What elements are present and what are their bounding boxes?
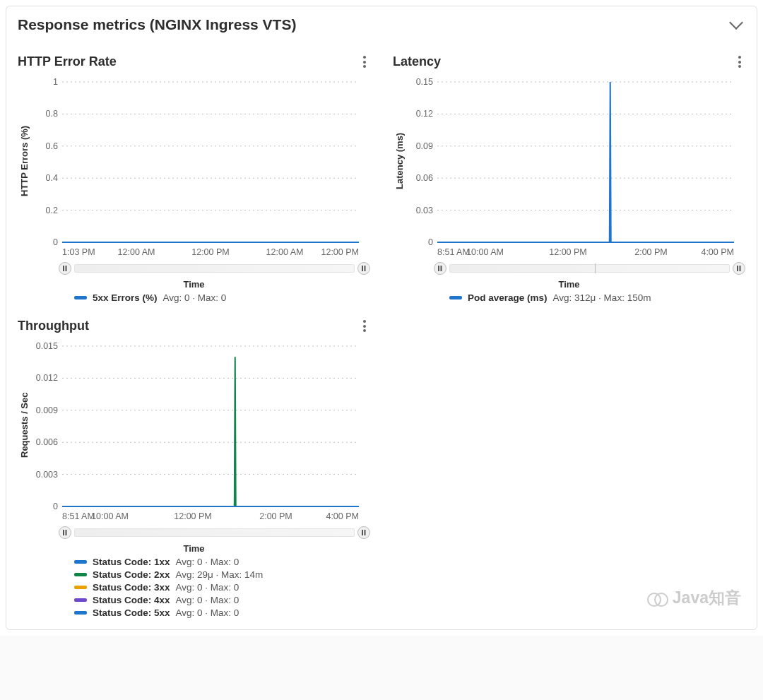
legend-swatch [74, 296, 87, 299]
chevron-down-icon[interactable] [729, 16, 743, 30]
timeline-scrubber[interactable] [74, 528, 355, 537]
timeline-scrubber[interactable] [449, 264, 730, 273]
legend-name: Status Code: 4xx [93, 595, 170, 605]
timeline-scrubber[interactable] [74, 264, 355, 273]
svg-text:0.15: 0.15 [416, 78, 433, 87]
legend-swatch [449, 296, 462, 299]
legend-item[interactable]: Status Code: 4xxAvg: 0 · Max: 0 [74, 595, 370, 605]
svg-text:0: 0 [53, 502, 58, 511]
legend-swatch [74, 560, 87, 564]
svg-text:0.12: 0.12 [416, 109, 433, 119]
svg-text:1: 1 [53, 78, 58, 87]
watermark: Java知音 [647, 587, 741, 609]
legend-item[interactable]: Status Code: 5xxAvg: 0 · Max: 0 [74, 607, 370, 618]
svg-text:0.2: 0.2 [46, 206, 58, 215]
legend-item[interactable]: Status Code: 3xxAvg: 0 · Max: 0 [74, 582, 370, 593]
svg-text:0: 0 [428, 237, 433, 247]
metrics-panel: Response metrics (NGINX Ingress VTS) HTT… [6, 6, 757, 630]
svg-text:4:00 PM: 4:00 PM [701, 247, 734, 257]
y-axis-label: Requests / Sec [18, 342, 31, 508]
svg-text:4:00 PM: 4:00 PM [326, 511, 359, 521]
x-axis-label: Time [393, 279, 745, 290]
svg-text:0.09: 0.09 [416, 141, 433, 151]
svg-text:0.03: 0.03 [416, 206, 433, 215]
svg-text:2:00 PM: 2:00 PM [259, 511, 292, 521]
legend-name: Status Code: 1xx [93, 557, 170, 567]
chart-http-error-rate: HTTP Error Rate HTTP Errors (%) 00.20.40… [18, 39, 370, 303]
svg-text:12:00 PM: 12:00 PM [549, 247, 587, 257]
svg-text:0.8: 0.8 [46, 109, 58, 119]
svg-text:0.009: 0.009 [36, 405, 58, 415]
legend-stats: Avg: 312μ · Max: 150m [553, 292, 651, 303]
chart-menu-button[interactable] [734, 52, 745, 72]
chart-plot[interactable]: 00.030.060.090.120.158:51 AM10:00 AM12:0… [406, 78, 738, 258]
legend-stats: Avg: 0 · Max: 0 [176, 595, 239, 605]
svg-text:12:00 PM: 12:00 PM [191, 247, 230, 257]
pause-icon[interactable] [59, 262, 71, 275]
chart-title: Latency [393, 54, 441, 69]
svg-text:8:51 AM: 8:51 AM [437, 247, 470, 257]
chart-legend: 5xx Errors (%)Avg: 0 · Max: 0 [74, 292, 370, 303]
legend-name: Status Code: 3xx [93, 582, 170, 593]
legend-stats: Avg: 0 · Max: 0 [176, 557, 239, 567]
chart-legend: Pod average (ms)Avg: 312μ · Max: 150m [449, 292, 745, 303]
pause-icon[interactable] [434, 262, 446, 275]
legend-swatch [74, 611, 87, 615]
chart-legend: Status Code: 1xxAvg: 0 · Max: 0Status Co… [74, 557, 370, 618]
chart-latency: Latency Latency (ms) 00.030.060.090.120.… [393, 39, 745, 303]
svg-text:12:00 AM: 12:00 AM [266, 247, 304, 257]
svg-text:0.006: 0.006 [36, 437, 58, 447]
chart-title: Throughput [18, 319, 89, 333]
svg-text:10:00 AM: 10:00 AM [466, 247, 504, 257]
legend-item[interactable]: 5xx Errors (%)Avg: 0 · Max: 0 [74, 292, 370, 303]
chart-plot[interactable]: 00.0030.0060.0090.0120.0158:51 AM10:00 A… [31, 342, 363, 522]
legend-name: Pod average (ms) [468, 292, 548, 303]
y-axis-label: Latency (ms) [393, 78, 406, 244]
chart-menu-button[interactable] [359, 52, 370, 72]
svg-text:0.015: 0.015 [36, 342, 58, 351]
chart-plot[interactable]: 00.20.40.60.811:03 PM12:00 AM12:00 PM12:… [31, 78, 363, 258]
svg-text:0.012: 0.012 [36, 373, 58, 383]
legend-item[interactable]: Pod average (ms)Avg: 312μ · Max: 150m [449, 292, 745, 303]
svg-text:0.6: 0.6 [46, 141, 58, 151]
svg-text:0: 0 [53, 237, 58, 247]
x-axis-label: Time [18, 543, 370, 554]
svg-text:12:00 AM: 12:00 AM [118, 247, 155, 257]
svg-text:2:00 PM: 2:00 PM [634, 247, 668, 257]
x-axis-label: Time [18, 279, 370, 290]
legend-stats: Avg: 0 · Max: 0 [163, 292, 227, 303]
pause-icon[interactable] [59, 526, 71, 539]
svg-text:12:00 PM: 12:00 PM [174, 511, 212, 521]
pause-icon[interactable] [357, 262, 370, 275]
legend-stats: Avg: 29μ · Max: 14m [176, 569, 264, 580]
chart-menu-button[interactable] [359, 316, 370, 336]
legend-swatch [74, 586, 87, 589]
pause-icon[interactable] [733, 262, 745, 275]
svg-text:8:51 AM: 8:51 AM [62, 511, 95, 521]
legend-name: Status Code: 2xx [93, 569, 170, 580]
legend-name: Status Code: 5xx [93, 607, 170, 618]
legend-item[interactable]: Status Code: 1xxAvg: 0 · Max: 0 [74, 557, 370, 567]
legend-stats: Avg: 0 · Max: 0 [176, 582, 239, 593]
svg-text:1:03 PM: 1:03 PM [62, 247, 95, 257]
svg-text:0.4: 0.4 [46, 173, 58, 183]
svg-text:0.06: 0.06 [416, 173, 433, 183]
chart-throughput: Throughput Requests / Sec 00.0030.0060.0… [18, 303, 370, 618]
pause-icon[interactable] [357, 526, 370, 539]
legend-stats: Avg: 0 · Max: 0 [176, 607, 239, 618]
y-axis-label: HTTP Errors (%) [18, 78, 31, 244]
legend-name: 5xx Errors (%) [93, 292, 158, 303]
legend-swatch [74, 598, 87, 602]
svg-text:10:00 AM: 10:00 AM [91, 511, 129, 521]
svg-text:12:00 PM: 12:00 PM [321, 247, 359, 257]
svg-text:0.003: 0.003 [36, 470, 58, 480]
legend-item[interactable]: Status Code: 2xxAvg: 29μ · Max: 14m [74, 569, 370, 580]
panel-title: Response metrics (NGINX Ingress VTS) [18, 16, 296, 33]
legend-swatch [74, 573, 87, 576]
watermark-icon [647, 590, 668, 607]
chart-title: HTTP Error Rate [18, 54, 117, 69]
